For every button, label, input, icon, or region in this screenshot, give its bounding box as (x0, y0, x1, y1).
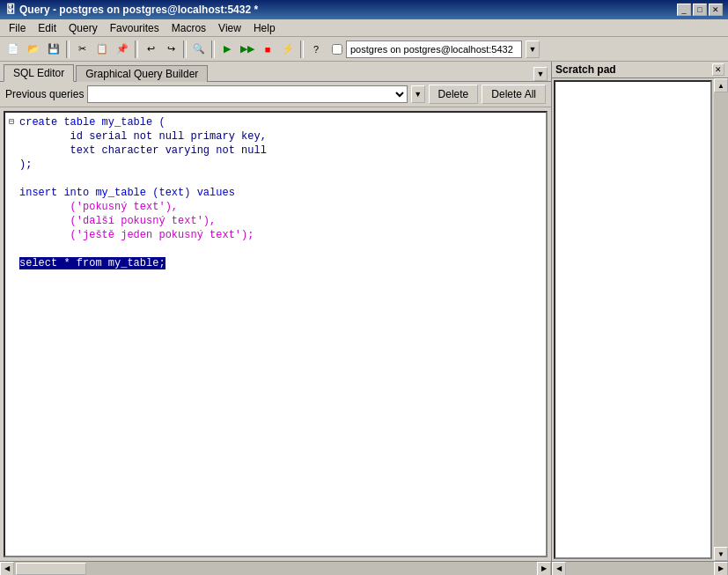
run-button[interactable]: ▶ (217, 40, 237, 59)
menu-file[interactable]: File (4, 21, 31, 35)
delete-all-button[interactable]: Delete All (482, 85, 546, 104)
toolbar-sep-2 (135, 41, 138, 58)
prev-queries-bar: Previous queries ▼ Delete Delete All (0, 82, 551, 107)
code-line-6: insert into my_table (text) values (9, 187, 542, 201)
menu-favourites[interactable]: Favourites (105, 21, 165, 35)
collapse-icon-1[interactable]: ⊟ (9, 116, 19, 127)
scroll-left-button[interactable]: ◀ (0, 562, 14, 576)
close-button[interactable]: ✕ (709, 4, 723, 16)
code-line-11: select * from my_table; (9, 257, 542, 271)
scratch-hscroll[interactable]: ◀ ▶ (552, 561, 728, 575)
code-line-3: text character varying not null (9, 144, 542, 158)
menu-query[interactable]: Query (63, 21, 103, 35)
toolbar-sep-5 (300, 41, 304, 58)
code-line-8: ('další pokusný text'), (9, 215, 542, 229)
save-button[interactable]: 💾 (44, 40, 63, 59)
menu-help[interactable]: Help (248, 21, 281, 35)
scratch-pad: Scratch pad ✕ ▲ ▼ ◀ ▶ (552, 62, 728, 575)
scratch-hright[interactable]: ▶ (714, 562, 728, 576)
code-line-4: ); (9, 158, 542, 173)
paste-button[interactable]: 📌 (113, 40, 132, 59)
code-line-9: ('ještě jeden pokusný text'); (9, 229, 542, 243)
redo-button[interactable]: ↪ (161, 40, 180, 59)
prev-queries-arrow[interactable]: ▼ (411, 85, 425, 103)
help-button[interactable]: ? (306, 40, 326, 59)
left-panel: SQL Editor Graphical Query Builder ▼ Pre… (0, 62, 552, 575)
undo-button[interactable]: ↩ (141, 40, 160, 59)
app-icon: 🗄 (5, 4, 16, 16)
toolbar-sep-1 (66, 41, 70, 58)
scratch-scroll-up[interactable]: ▲ (714, 78, 728, 92)
scratch-scroll-down[interactable]: ▼ (714, 547, 728, 561)
explain-button[interactable]: ⚡ (278, 40, 298, 59)
menu-bar: File Edit Query Favourites Macros View H… (0, 19, 728, 37)
scratch-pad-title: Scratch pad (555, 63, 616, 76)
scroll-thumb[interactable] (16, 563, 86, 575)
tab-graphical-query-builder[interactable]: Graphical Query Builder (76, 65, 208, 82)
prev-queries-select[interactable] (87, 85, 407, 103)
tab-dropdown-button[interactable]: ▼ (533, 67, 548, 81)
title-bar-controls: _ □ ✕ (677, 4, 723, 16)
copy-button[interactable]: 📋 (92, 40, 112, 59)
new-file-button[interactable]: 📄 (4, 40, 23, 59)
code-line-10 (9, 243, 542, 257)
window-title: Query - postgres on postgres@localhost:5… (19, 4, 258, 16)
code-line-2: id serial not null primary key, (9, 130, 542, 144)
scroll-right-button[interactable]: ▶ (537, 562, 551, 576)
scratch-pad-textarea[interactable] (554, 80, 712, 559)
main-layout: SQL Editor Graphical Query Builder ▼ Pre… (0, 62, 728, 575)
cut-button[interactable]: ✂ (72, 40, 92, 59)
find-button[interactable]: 🔍 (189, 40, 209, 59)
code-line-5 (9, 173, 542, 187)
scratch-pad-close-button[interactable]: ✕ (712, 63, 724, 76)
connection-checkbox[interactable] (332, 44, 342, 55)
scratch-htrack[interactable] (566, 562, 714, 576)
connection-arrow[interactable]: ▼ (526, 41, 540, 58)
prev-queries-label: Previous queries (5, 88, 84, 100)
toolbar-sep-4 (211, 41, 215, 58)
connection-area: postgres on postgres@localhost:5432 ▼ (332, 41, 540, 58)
title-bar: 🗄 Query - postgres on postgres@localhost… (0, 0, 728, 19)
code-line-1: ⊟ create table my_table ( (9, 116, 542, 130)
stop-button[interactable]: ■ (258, 40, 277, 59)
minimize-button[interactable]: _ (677, 4, 691, 16)
scratch-pad-vscroll: ▲ ▼ (714, 78, 728, 561)
menu-edit[interactable]: Edit (33, 21, 62, 35)
title-bar-left: 🗄 Query - postgres on postgres@localhost… (5, 4, 258, 16)
delete-button[interactable]: Delete (429, 85, 479, 104)
editor-hscrollbar[interactable]: ◀ ▶ (0, 561, 551, 575)
run-script-button[interactable]: ▶▶ (238, 40, 257, 59)
open-button[interactable]: 📂 (24, 40, 43, 59)
scroll-track[interactable] (14, 562, 537, 576)
scratch-hleft[interactable]: ◀ (552, 562, 566, 576)
code-editor[interactable]: ⊟ create table my_table ( id serial not … (4, 111, 548, 557)
scratch-pad-body: ▲ ▼ (552, 78, 728, 561)
scratch-pad-header: Scratch pad ✕ (552, 62, 728, 78)
query-tab-bar: SQL Editor Graphical Query Builder ▼ (0, 62, 551, 82)
scratch-scroll-track[interactable] (714, 92, 728, 547)
toolbar: 📄 📂 💾 ✂ 📋 📌 ↩ ↪ 🔍 ▶ ▶▶ ■ ⚡ ? postgres on… (0, 37, 728, 62)
toolbar-sep-3 (183, 41, 187, 58)
connection-dropdown[interactable]: postgres on postgres@localhost:5432 (346, 41, 522, 58)
code-line-7: ('pokusný text'), (9, 201, 542, 215)
menu-macros[interactable]: Macros (166, 21, 211, 35)
maximize-button[interactable]: □ (693, 4, 707, 16)
tab-sql-editor[interactable]: SQL Editor (4, 64, 74, 82)
menu-view[interactable]: View (213, 21, 246, 35)
